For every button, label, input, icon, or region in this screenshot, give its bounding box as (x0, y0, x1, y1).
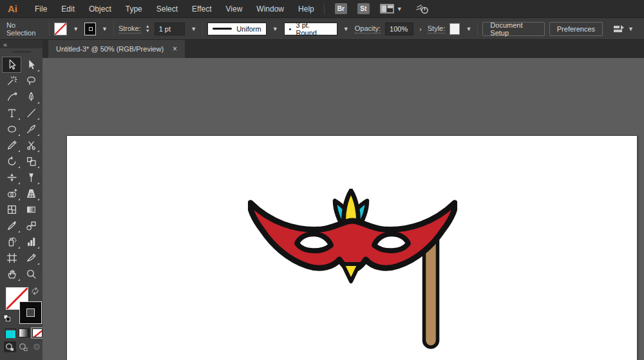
style-panel-link[interactable]: Style: (428, 24, 446, 33)
tool-ellipse[interactable] (2, 121, 21, 137)
menu-help[interactable]: Help (291, 0, 321, 18)
menu-window[interactable]: Window (249, 0, 291, 18)
tool-rotate[interactable] (2, 153, 21, 169)
tool-type[interactable] (2, 105, 21, 121)
menu-file[interactable]: File (28, 0, 54, 18)
tool-symbol-sprayer[interactable] (2, 234, 21, 250)
magic-wand-icon (6, 75, 17, 86)
brush-chevron[interactable]: ▼ (342, 26, 350, 32)
tool-direct-selection[interactable] (21, 57, 41, 73)
stock-icon[interactable]: St (357, 3, 370, 14)
panel-grip[interactable] (12, 51, 31, 53)
style-chevron[interactable]: ▼ (464, 26, 473, 32)
tool-selection[interactable] (2, 57, 21, 73)
none-button[interactable] (32, 328, 43, 337)
none-fill-icon (55, 23, 66, 35)
swap-fill-stroke-button[interactable] (31, 286, 39, 298)
stroke-proxy-black[interactable] (19, 301, 42, 324)
tool-pencil[interactable] (2, 137, 21, 153)
tool-gradient[interactable] (21, 202, 41, 218)
fill-stroke-proxy (0, 286, 43, 326)
slice-knife-icon (26, 252, 37, 263)
preferences-button[interactable]: Preferences (549, 22, 603, 36)
hand-icon (6, 269, 17, 279)
tool-mesh[interactable] (2, 202, 21, 218)
tool-paintbrush[interactable] (21, 121, 41, 137)
color-button[interactable] (5, 328, 16, 337)
gradient-button[interactable] (19, 328, 30, 337)
stroke-weight-stepper[interactable]: ▲▼ (146, 24, 150, 33)
draw-behind-button[interactable] (17, 341, 30, 352)
stroke-panel-link[interactable]: Stroke: (118, 24, 141, 33)
document-area: Untitled-3* @ 50% (RGB/Preview) × (43, 40, 644, 360)
tool-column-graph[interactable] (21, 234, 41, 250)
stroke-weight-field[interactable]: 1 pt (155, 23, 185, 35)
canvas-pasteboard[interactable] (43, 58, 644, 360)
width-profile-dropdown[interactable]: Uniform (207, 23, 267, 35)
menu-object[interactable]: Object (82, 0, 118, 18)
tool-pen[interactable] (21, 89, 41, 105)
close-tab-icon[interactable]: × (173, 44, 177, 53)
brush-dropdown[interactable]: • 3 pt. Round (284, 23, 337, 35)
brush-value: 3 pt. Round (296, 21, 332, 37)
bridge-icon[interactable]: Br (335, 3, 347, 14)
chevron-down-icon: ▼ (628, 26, 634, 32)
touch-workspace-button[interactable] (415, 3, 430, 15)
mask-eye-left[interactable] (297, 234, 331, 251)
control-bar: No Selection ▼ ▼ Stroke: ▲▼ 1 pt ▼ Unifo… (0, 18, 644, 40)
width-profile-chevron[interactable]: ▼ (271, 26, 279, 32)
draw-normal-button[interactable] (4, 341, 16, 352)
fill-color-swatch[interactable] (54, 23, 67, 35)
align-options-button[interactable]: ▼ (612, 24, 634, 34)
tool-line-segment[interactable] (21, 105, 41, 121)
tool-blend[interactable] (21, 218, 41, 234)
stroke-weight-chevron[interactable]: ▼ (189, 26, 198, 32)
tool-curvature[interactable] (2, 89, 21, 105)
tool-width[interactable] (2, 169, 21, 185)
tool-artboard[interactable] (2, 250, 21, 266)
mesh-icon (6, 204, 17, 215)
tool-hand[interactable] (2, 266, 21, 282)
divider (49, 22, 50, 36)
menu-effect[interactable]: Effect (185, 0, 218, 18)
menu-select[interactable]: Select (149, 0, 185, 18)
tool-zoom[interactable] (21, 266, 41, 282)
default-fill-stroke-button[interactable] (3, 313, 11, 325)
pen-icon (26, 91, 37, 102)
opacity-value: 100% (390, 25, 408, 33)
style-swatch[interactable] (450, 23, 460, 35)
column-graph-icon (26, 236, 37, 247)
opacity-panel-link[interactable]: Opacity: (355, 24, 381, 33)
menu-view[interactable]: View (219, 0, 250, 18)
tool-lasso[interactable] (21, 73, 41, 89)
fill-dropdown-chevron[interactable]: ▼ (71, 26, 80, 32)
touch-power-icon (415, 3, 430, 15)
mask-eye-right[interactable] (374, 234, 408, 251)
blend-icon (26, 220, 37, 231)
tool-scale[interactable] (21, 153, 41, 169)
mask-nose-diamond[interactable] (343, 264, 359, 281)
stroke-proxy-hole (89, 27, 93, 31)
document-tab[interactable]: Untitled-3* @ 50% (RGB/Preview) × (48, 40, 185, 58)
tool-puppet-warp[interactable] (21, 169, 41, 185)
document-setup-button[interactable]: Document Setup (482, 22, 544, 36)
collapse-panel-button[interactable]: « (3, 41, 7, 48)
stroke-color-swatch[interactable] (84, 23, 96, 35)
tool-magic-wand[interactable] (2, 73, 21, 89)
workspace-layout-icon (380, 4, 394, 14)
tab-strip: Untitled-3* @ 50% (RGB/Preview) × (43, 40, 644, 58)
workspace-switcher[interactable]: ▼ (380, 4, 402, 14)
tool-perspective-grid[interactable] (21, 185, 41, 202)
opacity-more-arrow[interactable]: › (418, 25, 423, 33)
masquerade-mask-artwork[interactable] (248, 189, 457, 350)
tool-eyedropper[interactable] (2, 218, 21, 234)
opacity-field[interactable]: 100% (385, 23, 413, 35)
tool-shape-builder[interactable] (2, 185, 21, 202)
menu-type[interactable]: Type (118, 0, 149, 18)
stroke-dropdown-chevron[interactable]: ▼ (100, 26, 109, 32)
tool-slice[interactable] (21, 250, 41, 266)
chevron-down-icon: ▼ (397, 6, 402, 12)
draw-inside-button[interactable] (30, 341, 43, 352)
tool-scissors[interactable] (21, 137, 41, 153)
menu-edit[interactable]: Edit (54, 0, 82, 18)
